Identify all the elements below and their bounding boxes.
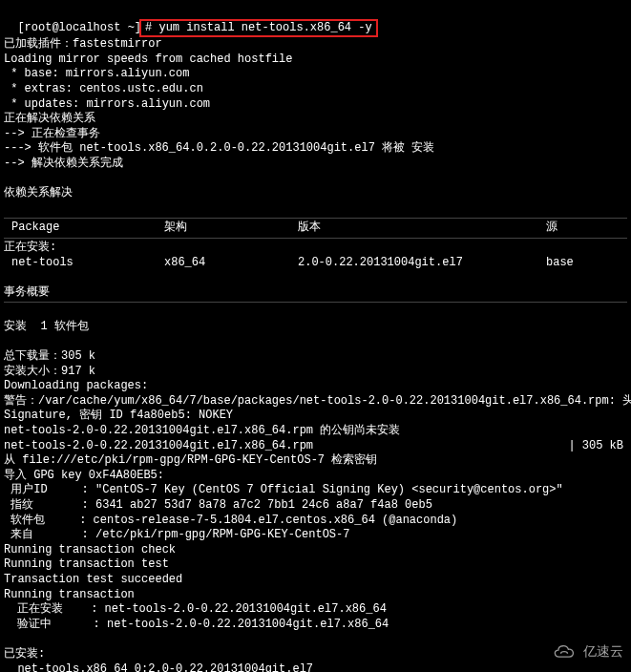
summary-label: 事务概要 [4,285,627,301]
terminal-line [4,632,627,647]
terminal-line [4,304,627,320]
cell-version: 2.0-0.22.20131004git.el7 [298,256,546,271]
terminal-line: ---> 软件包 net-tools.x86_64.0.2.0-0.22.201… [4,141,627,157]
terminal-line: [root@localhost ~]# yum install net-tool… [4,4,627,37]
terminal-line: 验证中 : net-tools-2.0-0.22.20131004git.el7… [4,618,627,633]
cloud-icon [551,638,578,664]
terminal-line: 依赖关系解决 [4,186,627,201]
terminal-line: 从 file:///etc/pki/rpm-gpg/RPM-GPG-KEY-Ce… [4,453,627,469]
terminal-line: 安装 1 软件包 [4,320,627,335]
terminal-line [4,334,627,349]
terminal-line: Loading mirror speeds from cached hostfi… [4,52,627,68]
terminal-line: 安装大小：917 k [4,365,627,380]
terminal-line: --> 解决依赖关系完成 [4,157,627,172]
terminal-line: Running transaction check [4,543,627,558]
download-file: net-tools-2.0-0.22.20131004git.el7.x86_6… [4,439,568,454]
terminal-line: 指纹 : 6341 ab27 53d7 8a78 a7c2 7bb1 24c6 … [4,498,627,514]
terminal-line: 正在解决依赖关系 [4,112,627,127]
terminal-line: 已安装: [4,647,627,662]
col-header-arch: 架构 [164,220,298,236]
terminal-line: 正在安装 : net-tools-2.0-0.22.20131004git.el… [4,602,627,618]
watermark-text: 亿速云 [583,642,623,660]
table-rule-mid [4,238,627,239]
table-rule-bottom [4,302,627,303]
output-block: 从 file:///etc/pki/rpm-gpg/RPM-GPG-KEY-Ce… [4,453,627,672]
terminal-line: Running transaction test [4,557,627,573]
terminal-line: Downloading packages: [4,379,627,394]
cell-package: net-tools [4,256,164,271]
table-row: net-tools x86_64 2.0-0.22.20131004git.el… [4,256,627,271]
download-size-line: net-tools-2.0-0.22.20131004git.el7.x86_6… [4,439,627,454]
output-block: 安装 1 软件包 总下载量：305 k安装大小：917 kDownloading… [4,304,627,438]
terminal-line: * base: mirrors.aliyun.com [4,67,627,82]
terminal-line: 导入 GPG key 0xF4A80EB5: [4,469,627,484]
download-size: | 305 kB [568,439,627,454]
terminal-line [4,172,627,187]
command-highlight: # yum install net-tools.x86_64 -y [139,19,378,38]
watermark: 亿速云 [551,638,623,664]
cell-repo: base [546,256,627,271]
table-rule-top [4,218,627,219]
installing-label: 正在安装: [4,241,627,256]
terminal-line: 已加载插件：fastestmirror [4,37,627,52]
terminal-line: --> 正在检查事务 [4,127,627,142]
terminal-line: 用户ID : "CentOS-7 Key (CentOS 7 Official … [4,483,627,498]
terminal-line: 总下载量：305 k [4,349,627,365]
terminal-line [4,270,627,285]
table-header: Package 架构 版本 源 [4,220,627,236]
terminal-line: * extras: centos.ustc.edu.cn [4,82,627,97]
terminal-line: Signature, 密钥 ID f4a80eb5: NOKEY [4,409,627,424]
terminal-line: Running transaction [4,588,627,603]
terminal-line: 警告：/var/cache/yum/x86_64/7/base/packages… [4,394,627,410]
terminal-line [4,201,627,217]
terminal-line: Transaction test succeeded [4,573,627,588]
terminal-line: net-tools-2.0-0.22.20131004git.el7.x86_6… [4,424,627,439]
terminal-line: 软件包 : centos-release-7-5.1804.el7.centos… [4,514,627,529]
col-header-repo: 源 [546,220,627,236]
shell-prompt: [root@localhost ~] [17,21,141,34]
terminal-line: net-tools.x86_64 0:2.0-0.22.20131004git.… [4,662,627,672]
terminal-line: 来自 : /etc/pki/rpm-gpg/RPM-GPG-KEY-CentOS… [4,528,627,543]
terminal-line: * updates: mirrors.aliyun.com [4,97,627,113]
col-header-package: Package [4,220,164,236]
output-block: 已加载插件：fastestmirrorLoading mirror speeds… [4,37,627,216]
cell-arch: x86_64 [164,256,298,271]
col-header-version: 版本 [298,220,546,236]
